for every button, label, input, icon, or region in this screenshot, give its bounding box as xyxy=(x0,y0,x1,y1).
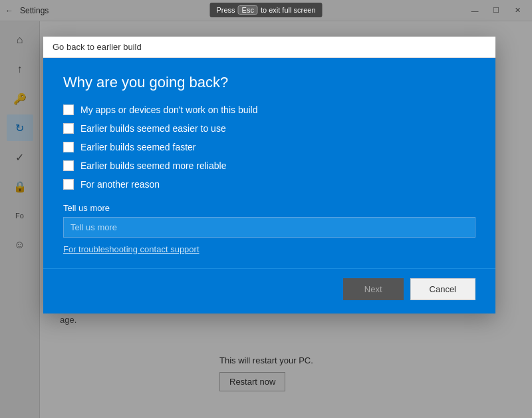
support-link[interactable]: For troubleshooting contact support xyxy=(63,244,200,254)
tell-more-input[interactable] xyxy=(63,217,475,238)
go-back-dialog: Go back to earlier build Why are you goi… xyxy=(43,37,495,314)
tip-suffix: to exit full screen xyxy=(261,6,316,14)
checkbox-easier[interactable] xyxy=(63,123,74,134)
cancel-button[interactable]: Cancel xyxy=(410,278,475,300)
checkbox-item-reliable[interactable]: Earlier builds seemed more reliable xyxy=(63,160,475,171)
checkbox-other[interactable] xyxy=(63,179,74,190)
fullscreen-tooltip: Press Esc to exit full screen xyxy=(209,3,322,17)
checkbox-item-easier[interactable]: Earlier builds seemed easier to use xyxy=(63,123,475,134)
checkbox-faster[interactable] xyxy=(63,142,74,152)
checkbox-reliable-label: Earlier builds seemed more reliable xyxy=(80,160,226,171)
checkbox-other-label: For another reason xyxy=(80,179,160,190)
reason-checkbox-list: My apps or devices don't work on this bu… xyxy=(63,104,475,190)
checkbox-item-other[interactable]: For another reason xyxy=(63,179,475,190)
checkbox-reliable[interactable] xyxy=(63,160,74,171)
dialog-footer: Next Cancel xyxy=(43,268,495,314)
tell-more-label: Tell us more xyxy=(63,203,475,213)
checkbox-apps-label: My apps or devices don't work on this bu… xyxy=(80,104,257,115)
dialog-title-text: Go back to earlier build xyxy=(53,42,142,52)
dialog-titlebar: Go back to earlier build xyxy=(43,37,495,58)
checkbox-faster-label: Earlier builds seemed faster xyxy=(80,142,196,152)
tip-prefix: Press xyxy=(216,6,235,14)
dialog-body: Why are you going back? My apps or devic… xyxy=(43,58,495,268)
checkbox-item-faster[interactable]: Earlier builds seemed faster xyxy=(63,142,475,152)
checkbox-item-apps[interactable]: My apps or devices don't work on this bu… xyxy=(63,104,475,115)
next-button[interactable]: Next xyxy=(343,278,404,300)
checkbox-easier-label: Earlier builds seemed easier to use xyxy=(80,123,226,134)
dialog-heading: Why are you going back? xyxy=(63,74,475,91)
checkbox-apps[interactable] xyxy=(63,104,74,115)
esc-key-badge: Esc xyxy=(238,5,258,15)
